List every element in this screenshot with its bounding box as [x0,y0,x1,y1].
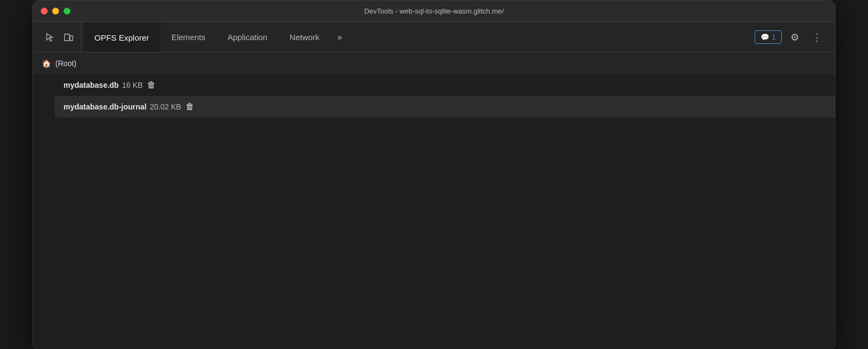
minimize-button[interactable] [52,8,59,15]
delete-file-icon[interactable]: 🗑 [147,80,156,90]
title-bar: DevTools - web-sql-to-sqlite-wasm.glitch… [33,1,835,22]
tab-network[interactable]: Network [279,22,331,52]
settings-button[interactable]: ⚙ [786,28,803,47]
tree-root-row[interactable]: 🏠 (Root) [33,53,835,74]
delete-file-icon[interactable]: 🗑 [186,102,194,112]
file-name: mydatabase.db [63,81,119,89]
file-size: 16 KB [122,81,143,89]
gear-icon: ⚙ [790,32,799,43]
list-item[interactable]: mydatabase.db 16 KB 🗑 [55,74,835,96]
file-tree: 🏠 (Root) mydatabase.db 16 KB 🗑 mydatabas… [33,53,835,118]
tab-elements[interactable]: Elements [161,22,217,52]
more-tabs-button[interactable]: » [331,22,349,52]
inspect-element-button[interactable] [42,29,58,46]
more-options-button[interactable]: ⋮ [808,28,826,47]
root-label: (Root) [55,59,76,68]
tab-opfs-explorer[interactable]: OPFS Explorer [84,22,161,52]
devtools-window: DevTools - web-sql-to-sqlite-wasm.glitch… [33,0,835,349]
tab-list: OPFS Explorer Elements Application Netwo… [84,22,755,52]
toolbar-right-controls: 💬 1 ⚙ ⋮ [755,28,831,47]
svg-rect-0 [65,34,69,41]
toolbar: OPFS Explorer Elements Application Netwo… [33,22,835,53]
window-title: DevTools - web-sql-to-sqlite-wasm.glitch… [364,7,503,15]
more-icon: ⋮ [812,32,822,43]
list-item[interactable]: mydatabase.db-journal 20.02 KB 🗑 [55,96,835,118]
device-toggle-button[interactable] [60,29,76,46]
svg-rect-1 [70,36,73,41]
root-folder-icon: 🏠 [42,59,51,68]
cursor-icon [45,33,55,42]
tab-application[interactable]: Application [216,22,278,52]
toolbar-icon-group [37,22,81,52]
close-button[interactable] [41,8,48,15]
notifications-button[interactable]: 💬 1 [755,30,782,44]
traffic-lights [41,8,71,15]
chat-icon: 💬 [761,33,769,41]
device-icon [63,33,73,42]
file-size: 20.02 KB [150,102,181,111]
content-area: 🏠 (Root) mydatabase.db 16 KB 🗑 mydatabas… [33,53,835,349]
maximize-button[interactable] [63,8,71,15]
file-name: mydatabase.db-journal [63,102,146,111]
